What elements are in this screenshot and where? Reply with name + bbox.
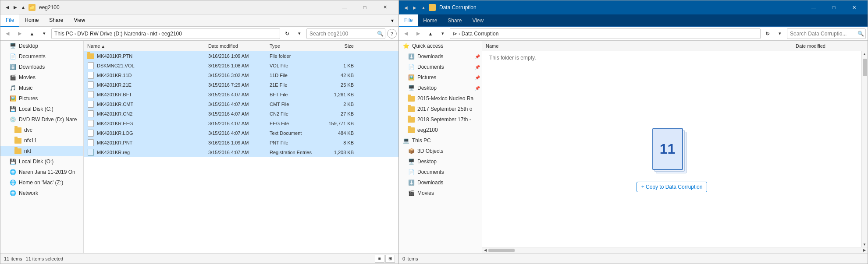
file-row-2[interactable]: MK4201KR.11D 3/15/2016 3:02 AM 11D File … [84,70,398,80]
file-row-4[interactable]: MK4201KR.BFT 3/15/2016 4:07 AM BFT File … [84,90,398,99]
file-row-8[interactable]: MK4201KR.LOG 3/15/2016 4:07 AM Text Docu… [84,128,398,138]
right-address-path[interactable]: ⊳ › Data Corruption [450,28,761,39]
col-header-size[interactable]: Size [322,43,357,49]
right-nav-back[interactable]: ◀ [401,28,411,39]
left-tab-home[interactable]: Home [19,14,44,27]
left-addr-dropdown[interactable]: ▾ [294,28,305,39]
right-scroll-right[interactable]: ▶ [861,247,868,253]
right-scroll-thumb[interactable] [863,59,867,76]
file-row-6[interactable]: MK4201KR.CN2 3/15/2016 4:07 AM CN2 File … [84,109,398,119]
left-breadcrumb-nkt[interactable]: nkt [150,31,157,37]
right-nav-up[interactable]: ▲ [425,28,436,39]
left-nav-movies[interactable]: 🎬 Movies [0,72,83,83]
right-nav-2015-mexico[interactable]: 2015-Mexico Nucleo Ra [399,93,482,104]
file-row-0[interactable]: MK4201KR.PTN 3/16/2016 1:09 AM File fold… [84,51,398,61]
right-breadcrumb-root[interactable]: ⊳ [453,31,457,37]
left-tab-file[interactable]: File [0,14,19,27]
right-nav-movies[interactable]: 🎬 Movies [399,188,482,198]
left-nav-naren-jana[interactable]: 🌐 Naren Jana 11-2019 On [0,167,83,177]
right-back-tb[interactable]: ◀ [402,4,409,11]
left-nav-documents[interactable]: 📄 Documents [0,51,83,62]
col-header-type[interactable]: Type [270,43,322,49]
right-nav-quickaccess[interactable]: ⭐ Quick access [399,41,482,51]
left-nav-pictures[interactable]: 🖼️ Pictures [0,93,83,104]
left-nav-dvc[interactable]: dvc [0,125,83,135]
copy-to-data-corruption-btn[interactable]: + Copy to Data Corruption [637,182,708,192]
right-search-input[interactable] [790,31,856,37]
file-row-10[interactable]: MK4201KR.reg 3/15/2016 4:07 AM Registrat… [84,148,398,157]
right-fwd-tb[interactable]: ▶ [411,4,418,11]
right-nav-downloads[interactable]: ⬇️ Downloads 📌 [399,51,482,62]
right-nav-3dobjects[interactable]: 📦 3D Objects [399,146,482,156]
right-nav-desktop2[interactable]: 🖥️ Desktop [399,156,482,167]
left-breadcrumb-thispc[interactable]: This PC [54,31,73,37]
left-maximize-btn[interactable]: □ [355,0,375,14]
right-tab-home[interactable]: Home [418,14,442,27]
left-minimize-btn[interactable]: — [334,0,355,14]
left-search-box[interactable]: 🔍 [306,28,385,39]
right-nav-2018-sept[interactable]: 2018 September 17th - [399,114,482,125]
file-row-3[interactable]: MK4201KR.21E 3/15/2016 7:29 AM 21E File … [84,80,398,90]
right-minimize-btn[interactable]: — [804,0,824,14]
right-col-header-date[interactable]: Date modified [796,43,866,49]
left-breadcrumb-dvd[interactable]: DVD RW Drive (D:) Narendra [77,31,146,37]
right-nav-documents[interactable]: 📄 Documents 📌 [399,62,482,72]
left-nav-desktop[interactable]: 🖥️ Desktop [0,41,83,51]
right-nav-forward[interactable]: ▶ [413,28,423,39]
left-nav-dvd[interactable]: 💿 DVD RW Drive (D:) Nare [0,114,83,125]
right-horiz-track[interactable] [488,248,861,253]
left-nav-home-mac[interactable]: 🌐 Home on 'Mac' (Z:) [0,177,83,188]
left-nav-network[interactable]: 🌐 Network [0,188,83,198]
left-nav-back[interactable]: ◀ [2,28,13,39]
left-tiles-view-btn[interactable]: ⊞ [385,255,395,263]
left-close-btn[interactable]: ✕ [375,0,395,14]
left-nav-recent[interactable]: ▾ [39,28,50,39]
left-nav-localdisk-c[interactable]: 💾 Local Disk (C:) [0,104,83,114]
left-ribbon-chevron[interactable]: ▾ [386,14,398,27]
right-addr-dropdown[interactable]: ▾ [775,28,785,39]
right-nav-2017-sept[interactable]: 2017 September 25th o [399,104,482,114]
left-nav-downloads[interactable]: ⬇️ Downloads [0,62,83,72]
left-tab-view[interactable]: View [68,14,90,27]
left-help-btn[interactable]: ? [387,29,397,39]
left-nav-nkt[interactable]: nkt [0,146,83,156]
col-header-name[interactable]: Name [85,43,208,49]
right-tab-share[interactable]: Share [442,14,467,27]
right-horiz-thumb[interactable] [488,249,515,252]
right-nav-eeg2100[interactable]: eeg2100 [399,125,482,135]
right-nav-pictures[interactable]: 🖼️ Pictures 📌 [399,72,482,83]
left-details-view-btn[interactable]: ≡ [375,255,384,263]
right-tab-file[interactable]: File [399,14,418,27]
left-addr-refresh[interactable]: ↻ [282,28,292,39]
left-back-tb[interactable]: ◀ [4,4,11,11]
left-address-path[interactable]: This PC › DVD RW Drive (D:) Narendra › n… [51,28,280,39]
right-nav-documents2[interactable]: 📄 Documents [399,167,482,177]
right-nav-downloads2[interactable]: ⬇️ Downloads [399,177,482,188]
right-scroll-up[interactable]: ▲ [862,51,867,56]
file-row-1[interactable]: DSKMNG21.VOL 3/16/2016 1:08 AM VOL File … [84,61,398,70]
right-vert-scrollbar[interactable]: ▲ ▼ [861,51,868,247]
left-nav-localdisk-o[interactable]: 💾 Local Disk (O:) [0,156,83,167]
left-search-input[interactable] [309,31,375,37]
right-scroll-track[interactable] [862,56,868,242]
left-nav-up[interactable]: ▲ [27,28,37,39]
file-row-9[interactable]: MK4201KR.PNT 3/16/2016 1:09 AM PNT File … [84,138,398,148]
file-row-5[interactable]: MK4201KR.CMT 3/15/2016 4:07 AM CMT File … [84,99,398,109]
right-nav-recent[interactable]: ▾ [438,28,448,39]
right-horiz-scrollbar[interactable]: ◀ ▶ [482,247,868,253]
right-maximize-btn[interactable]: □ [824,0,844,14]
left-nav-music[interactable]: 🎵 Music [0,83,83,93]
left-tab-share[interactable]: Share [44,14,68,27]
right-close-btn[interactable]: ✕ [844,0,864,14]
right-search-box[interactable]: 🔍 [787,28,866,39]
right-scroll-down[interactable]: ▼ [862,242,867,247]
right-up-tb[interactable]: ▲ [420,4,427,11]
col-header-date[interactable]: Date modified [208,43,270,49]
left-nav-forward[interactable]: ▶ [14,28,25,39]
left-nav-nfx11[interactable]: nfx11 [0,135,83,146]
left-up-tb[interactable]: ▲ [20,4,27,11]
right-col-header-name[interactable]: Name [484,43,796,49]
left-fwd-tb[interactable]: ▶ [12,4,19,11]
right-addr-refresh[interactable]: ↻ [762,28,773,39]
right-nav-thispc[interactable]: 💻 This PC [399,135,482,146]
